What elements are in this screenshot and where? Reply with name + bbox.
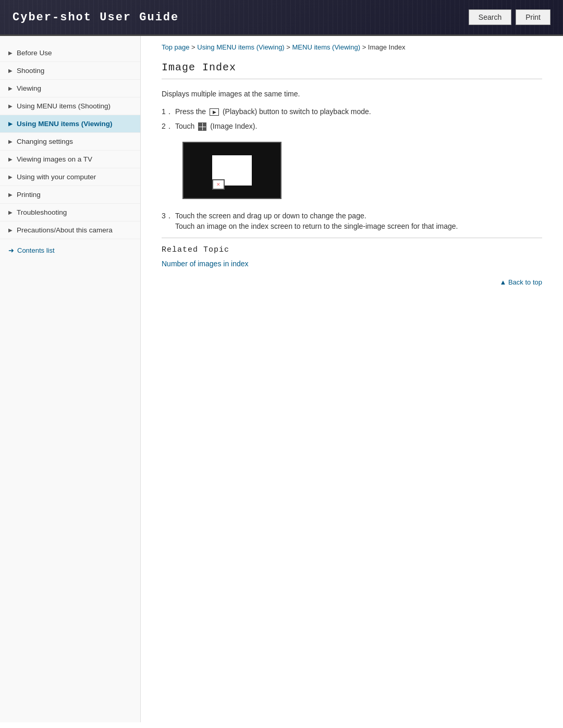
header-buttons: Search Print xyxy=(469,9,550,25)
breadcrumb-top-page[interactable]: Top page xyxy=(162,43,190,51)
step-2: 2． Touch (Image Index). xyxy=(162,122,542,131)
sidebar-item-label: Precautions/About this camera xyxy=(17,226,113,234)
illustration-box xyxy=(182,142,282,199)
image-index-icon xyxy=(198,122,206,131)
step-1-num: 1． xyxy=(162,107,175,117)
search-button[interactable]: Search xyxy=(469,9,511,25)
sidebar-item-shooting[interactable]: ▶ Shooting xyxy=(0,62,140,80)
breadcrumb-sep2: > xyxy=(285,43,292,51)
step-1-content: Press the (Playback) button to switch to… xyxy=(175,107,542,116)
breadcrumb-menu-items-viewing[interactable]: MENU items (Viewing) xyxy=(292,43,361,51)
sidebar-item-printing[interactable]: ▶ Printing xyxy=(0,186,140,204)
contents-list-link[interactable]: ➜ Contents list xyxy=(0,239,140,262)
header: Cyber-shot User Guide Search Print xyxy=(0,0,563,36)
sidebar-item-changing-settings[interactable]: ▶ Changing settings xyxy=(0,133,140,151)
sidebar-item-label: Shooting xyxy=(17,67,44,75)
sidebar-item-label: Printing xyxy=(17,191,41,199)
sidebar-item-label: Using MENU items (Shooting) xyxy=(17,102,111,110)
chevron-right-icon: ▶ xyxy=(8,68,13,73)
chevron-right-icon: ▶ xyxy=(8,50,13,56)
step-1: 1． Press the (Playback) button to switch… xyxy=(162,107,542,117)
breadcrumb: Top page > Using MENU items (Viewing) > … xyxy=(162,36,542,61)
steps-list: 1． Press the (Playback) button to switch… xyxy=(162,107,542,131)
step-1-text-after: (Playback) button to switch to playback … xyxy=(221,107,371,116)
illus-left-bar xyxy=(183,143,199,198)
app-title: Cyber-shot User Guide xyxy=(13,11,179,24)
sidebar-item-viewing[interactable]: ▶ Viewing xyxy=(0,80,140,97)
main-container: ▶ Before Use ▶ Shooting ▶ Viewing ▶ Usin… xyxy=(0,36,563,722)
sidebar-item-before-use[interactable]: ▶ Before Use xyxy=(0,44,140,62)
step-1-text-before: Press the xyxy=(175,107,208,116)
playback-icon xyxy=(210,108,219,116)
sidebar-item-using-computer[interactable]: ▶ Using with your computer xyxy=(0,168,140,186)
breadcrumb-using-menu-viewing[interactable]: Using MENU items (Viewing) xyxy=(197,43,284,51)
related-topic-section: Related Topic Number of images in index xyxy=(162,238,542,268)
step-2-content: Touch (Image Index). xyxy=(175,122,542,131)
step-2-num: 2． xyxy=(162,122,175,131)
sidebar-item-label: Using with your computer xyxy=(17,173,96,181)
step-3-num: 3． xyxy=(162,212,175,221)
related-topic-link[interactable]: Number of images in index xyxy=(162,260,249,268)
sidebar-item-using-menu-shooting[interactable]: ▶ Using MENU items (Shooting) xyxy=(0,97,140,115)
page-description: Displays multiple images at the same tim… xyxy=(162,90,542,98)
chevron-right-icon: ▶ xyxy=(8,227,13,233)
sidebar: ▶ Before Use ▶ Shooting ▶ Viewing ▶ Usin… xyxy=(0,36,141,722)
chevron-right-icon: ▶ xyxy=(8,103,13,109)
chevron-right-icon: ▶ xyxy=(8,209,13,215)
chevron-right-icon: ▶ xyxy=(8,174,13,180)
sidebar-item-label: Before Use xyxy=(17,49,52,57)
main-content: Top page > Using MENU items (Viewing) > … xyxy=(141,36,563,722)
step-3-content: Touch the screen and drag up or down to … xyxy=(175,212,542,232)
chevron-right-icon: ▶ xyxy=(8,85,13,91)
illus-center xyxy=(199,143,265,198)
related-topic-title: Related Topic xyxy=(162,245,542,254)
chevron-right-icon: ▶ xyxy=(8,139,13,144)
sidebar-item-label: Viewing images on a TV xyxy=(17,155,92,163)
step-3-line2: Touch an image on the index screen to re… xyxy=(175,222,542,230)
sidebar-item-viewing-tv[interactable]: ▶ Viewing images on a TV xyxy=(0,151,140,168)
sidebar-item-label: Viewing xyxy=(17,84,41,92)
arrow-right-icon: ➜ xyxy=(8,246,14,254)
illus-right-bar xyxy=(265,143,280,198)
chevron-right-icon: ▶ xyxy=(8,192,13,198)
sidebar-item-label: Troubleshooting xyxy=(17,208,67,216)
back-to-top-link[interactable]: ▲ Back to top xyxy=(499,278,542,286)
step-3: 3． Touch the screen and drag up or down … xyxy=(162,212,542,232)
back-to-top-row: ▲ Back to top xyxy=(162,278,542,286)
print-button[interactable]: Print xyxy=(516,9,550,25)
chevron-right-icon: ▶ xyxy=(8,156,13,162)
breadcrumb-current: Image Index xyxy=(368,43,406,51)
contents-list-label: Contents list xyxy=(17,246,55,254)
image-illustration xyxy=(182,142,542,199)
step-3-line1: Touch the screen and drag up or down to … xyxy=(175,212,542,220)
breadcrumb-sep3: > xyxy=(360,43,368,51)
step-2-text-before: Touch xyxy=(175,122,197,130)
sidebar-item-precautions[interactable]: ▶ Precautions/About this camera xyxy=(0,221,140,239)
chevron-right-icon: ▶ xyxy=(8,121,13,127)
sidebar-item-label: Changing settings xyxy=(17,138,73,145)
sidebar-item-using-menu-viewing[interactable]: ▶ Using MENU items (Viewing) xyxy=(0,115,140,133)
breadcrumb-sep1: > xyxy=(190,43,198,51)
page-title: Image Index xyxy=(162,61,542,79)
sidebar-item-label: Using MENU items (Viewing) xyxy=(17,120,113,128)
sidebar-item-troubleshooting[interactable]: ▶ Troubleshooting xyxy=(0,204,140,221)
step-2-text-after: (Image Index). xyxy=(208,122,257,130)
illus-icon-overlay xyxy=(212,179,225,190)
